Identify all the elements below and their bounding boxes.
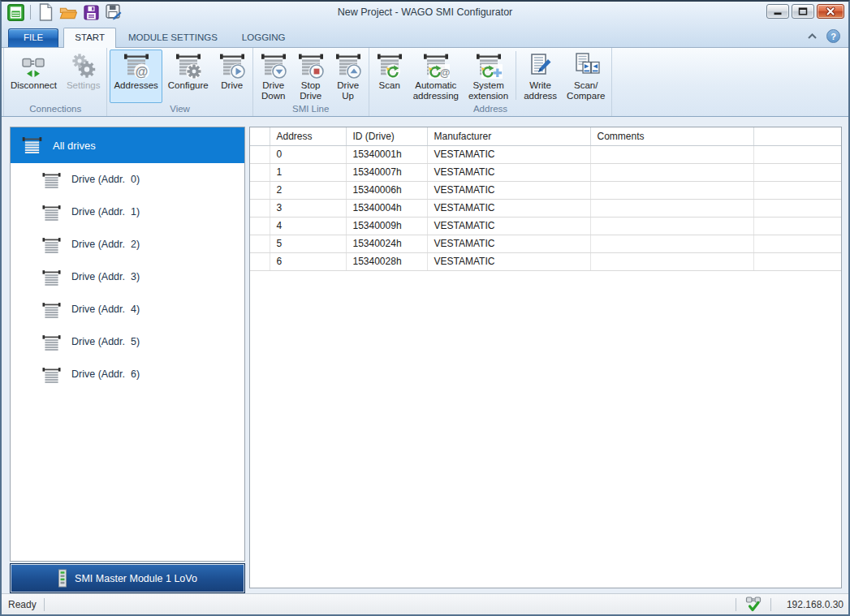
ribbon-button-configure[interactable]: Configure <box>164 50 213 103</box>
column-header-id-drive[interactable]: ID (Drive) <box>346 127 427 145</box>
sidebar-item-drive-addr-2[interactable]: Drive (Addr. 2) <box>11 228 244 261</box>
row-selector-cell[interactable] <box>250 163 270 181</box>
addresses-table-panel: AddressID (Drive)ManufacturerComments 01… <box>249 127 842 588</box>
cell-address: 1 <box>270 163 346 181</box>
maximize-icon <box>798 6 808 16</box>
cell-address: 0 <box>270 145 346 163</box>
status-separator <box>770 598 771 611</box>
drive-list-panel: All drives Drive (Addr. 0) Drive (Addr. … <box>10 127 245 562</box>
cell-filler <box>753 163 841 181</box>
blinds-icon <box>41 301 62 318</box>
row-selector-cell[interactable] <box>250 199 270 217</box>
save-button[interactable] <box>82 3 100 21</box>
drive-label: Drive (Addr. 6) <box>71 368 140 380</box>
column-header-address[interactable]: Address <box>270 127 346 145</box>
column-header-comments[interactable]: Comments <box>590 127 753 145</box>
tab-module-settings[interactable]: MODULE SETTINGS <box>116 28 230 47</box>
sidebar-item-drive-addr-5[interactable]: Drive (Addr. 5) <box>11 325 244 358</box>
svg-text:@: @ <box>135 65 148 79</box>
cell-manufacturer: VESTAMATIC <box>427 199 590 217</box>
table-row[interactable]: 015340001hVESTAMATIC <box>250 145 841 163</box>
table-row[interactable]: 515340024hVESTAMATIC <box>250 235 841 252</box>
tab-start[interactable]: START <box>63 28 116 48</box>
ribbon-button-label: Scan/ Compare <box>567 80 605 101</box>
cell-comments <box>590 181 753 199</box>
quick-access-toolbar <box>6 3 123 21</box>
drive-label: Drive (Addr. 4) <box>71 304 140 315</box>
cell-filler <box>753 199 841 217</box>
cell-id-drive: 15340004h <box>346 199 427 217</box>
save-as-button[interactable] <box>105 3 123 21</box>
sidebar-item-all-drives[interactable]: All drives <box>11 127 244 163</box>
window-title: New Project - WAGO SMI Configurator <box>2 6 848 18</box>
row-selector-cell[interactable] <box>250 252 270 270</box>
status-separator <box>44 598 45 611</box>
row-selector-cell[interactable] <box>250 235 270 252</box>
cell-id-drive: 15340028h <box>346 252 427 270</box>
cell-filler <box>753 145 841 163</box>
connection-status-icon <box>744 595 763 614</box>
tab-logging[interactable]: LOGGING <box>230 28 298 47</box>
table-row[interactable]: 315340004hVESTAMATIC <box>250 199 841 217</box>
column-header-selector[interactable] <box>250 127 270 145</box>
cell-manufacturer: VESTAMATIC <box>427 145 590 163</box>
ribbon-button-label: Settings <box>67 80 101 91</box>
help-button[interactable]: ? <box>826 29 840 43</box>
drive-label: Drive (Addr. 5) <box>71 336 140 347</box>
drive-label: Drive (Addr. 2) <box>71 239 140 250</box>
ribbon-button-stop-drive[interactable]: Stop Drive <box>293 50 329 103</box>
ribbon-button-addresses[interactable]: @Addresses <box>110 50 162 103</box>
ribbon-button-drive-up[interactable]: Drive Up <box>330 50 366 103</box>
ribbon-button-system-extension[interactable]: System extension <box>464 50 512 103</box>
cell-id-drive: 15340024h <box>346 235 427 252</box>
ribbon-button-automatic-addressing[interactable]: @Automatic addressing <box>409 50 463 103</box>
cell-id-drive: 15340006h <box>346 181 427 199</box>
disconnect-icon <box>19 52 47 80</box>
ribbon-button-scan[interactable]: Scan <box>372 50 408 103</box>
new-project-button[interactable] <box>37 3 54 21</box>
table-row[interactable]: 115340007hVESTAMATIC <box>250 163 841 181</box>
toolbar-separator <box>30 5 31 19</box>
app-icon[interactable] <box>6 3 24 21</box>
row-selector-cell[interactable] <box>250 145 270 163</box>
table-row[interactable]: 415340009hVESTAMATIC <box>250 217 841 235</box>
sidebar-item-drive-addr-1[interactable]: Drive (Addr. 1) <box>11 196 244 228</box>
cell-address: 6 <box>270 252 346 270</box>
table-row[interactable]: 615340028hVESTAMATIC <box>250 252 841 270</box>
cell-comments <box>590 145 753 163</box>
table-row[interactable]: 215340006hVESTAMATIC <box>250 181 841 199</box>
ribbon-button-scan-compare[interactable]: Scan/ Compare <box>563 50 609 103</box>
ribbon-tab-strip: FILESTARTMODULE SETTINGSLOGGING ? <box>2 23 848 47</box>
settings-icon <box>70 52 97 80</box>
ribbon-button-drive-down[interactable]: Drive Down <box>256 50 291 103</box>
ribbon-button-label: Configure <box>168 80 209 91</box>
sidebar-item-drive-addr-3[interactable]: Drive (Addr. 3) <box>11 261 244 293</box>
close-button[interactable] <box>817 4 844 19</box>
title-bar: New Project - WAGO SMI Configurator <box>2 2 848 23</box>
blind-scan-at-icon: @ <box>422 52 450 80</box>
all-drives-label: All drives <box>53 140 96 152</box>
tab-file[interactable]: FILE <box>8 28 58 47</box>
blinds-icon <box>41 269 62 286</box>
chevron-up-icon <box>807 32 818 40</box>
cell-filler <box>753 217 841 235</box>
sidebar-item-drive-addr-0[interactable]: Drive (Addr. 0) <box>11 163 244 196</box>
cell-id-drive: 15340007h <box>346 163 427 181</box>
sidebar-item-drive-addr-4[interactable]: Drive (Addr. 4) <box>11 293 244 325</box>
cell-comments <box>590 217 753 235</box>
smi-master-module-button[interactable]: SMI Master Module 1 LoVo <box>10 563 245 593</box>
blinds-icon <box>41 171 62 188</box>
ribbon-button-write-address[interactable]: Write address <box>520 50 561 103</box>
ribbon-group-label: SMI Line <box>255 103 367 116</box>
maximize-button[interactable] <box>792 4 814 19</box>
row-selector-cell[interactable] <box>250 217 270 235</box>
row-selector-cell[interactable] <box>250 181 270 199</box>
sidebar-item-drive-addr-6[interactable]: Drive (Addr. 6) <box>11 358 244 390</box>
minimize-button[interactable] <box>766 4 789 19</box>
column-header-manufacturer[interactable]: Manufacturer <box>427 127 590 145</box>
open-project-button[interactable] <box>59 3 77 21</box>
group-divider <box>516 51 516 100</box>
ribbon-button-disconnect[interactable]: Disconnect <box>6 50 61 103</box>
collapse-ribbon-button[interactable] <box>805 32 818 41</box>
ribbon-button-drive[interactable]: Drive <box>214 50 250 103</box>
